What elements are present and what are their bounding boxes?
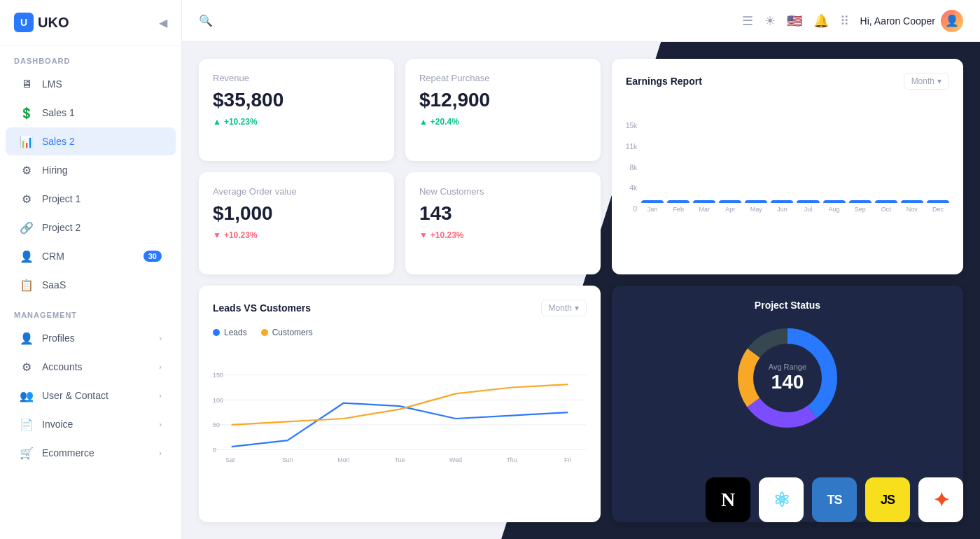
react-logo: ⚛: [759, 477, 804, 522]
chart-legend: Leads Customers: [213, 328, 587, 337]
repeat-purchase-card: Repeat Purchase $12,900 ▲ +20.4%: [405, 59, 601, 161]
figma-logo: ✦: [918, 477, 963, 522]
sales1-icon: 💲: [20, 106, 34, 120]
project1-icon: ⚙: [20, 192, 34, 206]
new-customers-value: 143: [419, 202, 587, 225]
user-contact-chevron-icon: ›: [159, 391, 162, 400]
sidebar-item-ecommerce[interactable]: 🛒 Ecommerce ›: [6, 439, 176, 467]
header: 🔍 ☰ ☀ 🇺🇸 🔔 ⠿ Hi, Aaron Cooper 👤: [182, 0, 980, 42]
leads-chevron-down-icon: ▾: [575, 303, 579, 313]
earnings-title: Earnings Report: [626, 76, 702, 87]
svg-text:Tue: Tue: [394, 456, 405, 463]
sidebar-item-user-contact[interactable]: 👥 User & Contact ›: [6, 382, 176, 410]
saas-icon: 📋: [20, 278, 34, 292]
new-customers-label: New Customers: [419, 186, 587, 197]
avg-order-card: Average Order value $1,000 ▼ +10.23%: [199, 172, 394, 274]
search-box: 🔍: [199, 14, 731, 27]
sidebar-item-saas[interactable]: 📋 SaaS: [6, 271, 176, 299]
sidebar-item-crm[interactable]: 👤 CRM 30: [6, 242, 176, 270]
header-actions: ☰ ☀ 🇺🇸 🔔 ⠿ Hi, Aaron Cooper 👤: [742, 10, 963, 32]
donut-value: 140: [771, 371, 804, 393]
svg-text:150: 150: [213, 372, 223, 379]
revenue-card: Revenue $35,800 ▲ +10.23%: [199, 59, 394, 161]
crm-icon: 👤: [20, 249, 34, 263]
apps-icon[interactable]: ⠿: [840, 13, 849, 29]
up-arrow-icon2: ▲: [419, 117, 428, 127]
accounts-icon: ⚙: [20, 360, 34, 374]
sidebar-section-label-dashboard: DASHBOARD: [0, 46, 181, 69]
tech-logos: N ⚛ TS JS ✦: [706, 477, 963, 522]
sidebar-item-lms[interactable]: 🖥 LMS: [6, 70, 176, 98]
typescript-logo: TS: [812, 477, 857, 522]
donut-center: Avg Range 140: [732, 322, 844, 434]
sidebar-section-dashboard: DASHBOARD 🖥 LMS 💲 Sales 1 📊 Sales 2 ⚙ Hi…: [0, 46, 181, 300]
repeat-purchase-label: Repeat Purchase: [419, 73, 587, 83]
hiring-icon: ⚙: [20, 163, 34, 177]
earnings-card-header: Earnings Report Month ▾: [626, 73, 949, 90]
repeat-purchase-value: $12,900: [419, 89, 587, 111]
sales2-icon: 📊: [20, 134, 34, 148]
bar-sep: Sep: [849, 200, 872, 213]
down-arrow-icon2: ▼: [419, 230, 428, 240]
revenue-label: Revenue: [213, 73, 380, 83]
bar-oct: Oct: [875, 200, 897, 213]
bar-jul: Jul: [797, 200, 819, 213]
sidebar-item-sales2[interactable]: 📊 Sales 2: [6, 127, 176, 155]
bar-chart: Jan Feb Mar Apr May Jun Jul Aug Sep Oct …: [641, 108, 949, 227]
sidebar-item-invoice[interactable]: 📄 Invoice ›: [6, 410, 176, 438]
profiles-chevron-icon: ›: [159, 334, 162, 342]
collapse-sidebar-button[interactable]: ◀: [159, 16, 167, 29]
bar-may: May: [745, 200, 767, 213]
repeat-purchase-change: ▲ +20.4%: [419, 117, 587, 127]
leads-chart-card: Leads VS Customers Month ▾ Leads Custome…: [199, 286, 601, 522]
avg-order-change: ▼ +10.23%: [213, 230, 380, 240]
sidebar: U UKO ◀ DASHBOARD 🖥 LMS 💲 Sales 1 📊 Sale…: [0, 0, 182, 539]
svg-text:Sun: Sun: [282, 456, 293, 463]
invoice-icon: 📄: [20, 417, 34, 431]
sidebar-item-hiring[interactable]: ⚙ Hiring: [6, 156, 176, 184]
bar-apr: Apr: [719, 200, 741, 213]
invoice-chevron-icon: ›: [159, 420, 162, 428]
down-arrow-icon: ▼: [213, 230, 221, 240]
earnings-dropdown[interactable]: Month ▾: [904, 73, 949, 90]
donut-chart: Avg Range 140: [732, 322, 844, 434]
new-customers-card: New Customers 143 ▼ +10.23%: [405, 172, 601, 274]
leads-card-header: Leads VS Customers Month ▾: [213, 300, 587, 316]
sidebar-item-project2[interactable]: 🔗 Project 2: [6, 214, 176, 241]
bar-feb: Feb: [667, 200, 690, 213]
user-greeting: Hi, Aaron Cooper 👤: [860, 10, 963, 32]
lms-icon: 🖥: [20, 77, 34, 91]
sidebar-section-management: MANAGEMENT 👤 Profiles › ⚙ Accounts › 👥 U…: [0, 300, 181, 468]
legend-customers: Customers: [261, 328, 313, 337]
sidebar-item-accounts[interactable]: ⚙ Accounts ›: [6, 353, 176, 381]
sidebar-logo: U UKO ◀: [0, 0, 181, 46]
revenue-change: ▲ +10.23%: [213, 117, 380, 127]
logo: U UKO: [14, 13, 69, 32]
donut-label: Avg Range: [769, 363, 806, 371]
svg-text:Wed: Wed: [449, 456, 462, 463]
bar-aug: Aug: [823, 200, 846, 213]
bar-nov: Nov: [901, 200, 923, 213]
leads-dot: [213, 329, 220, 336]
bar-dec: Dec: [927, 200, 949, 213]
earnings-chart-card: Earnings Report Month ▾ 15k 11k 8k 4k 0: [612, 59, 963, 274]
accounts-chevron-icon: ›: [159, 363, 162, 371]
theme-icon[interactable]: ☀: [764, 13, 776, 29]
sidebar-item-sales1[interactable]: 💲 Sales 1: [6, 99, 176, 127]
flag-icon[interactable]: 🇺🇸: [787, 13, 802, 29]
user-contact-icon: 👥: [20, 388, 34, 402]
notification-icon[interactable]: 🔔: [813, 13, 829, 29]
chevron-down-icon: ▾: [937, 76, 941, 86]
bar-jun: Jun: [771, 200, 793, 213]
javascript-logo: JS: [865, 477, 910, 522]
new-customers-change: ▼ +10.23%: [419, 230, 587, 240]
menu-icon[interactable]: ☰: [742, 13, 753, 29]
sidebar-item-project1[interactable]: ⚙ Project 1: [6, 185, 176, 213]
svg-text:Mon: Mon: [337, 456, 349, 463]
sidebar-section-label-management: MANAGEMENT: [0, 300, 181, 323]
sidebar-item-profiles[interactable]: 👤 Profiles ›: [6, 324, 176, 352]
revenue-value: $35,800: [213, 89, 380, 111]
legend-leads: Leads: [213, 328, 247, 337]
line-chart-svg: 150 100 50 0 Sat Sun Mon Tue Wed Thu Fri: [213, 349, 587, 489]
leads-dropdown[interactable]: Month ▾: [541, 300, 587, 316]
